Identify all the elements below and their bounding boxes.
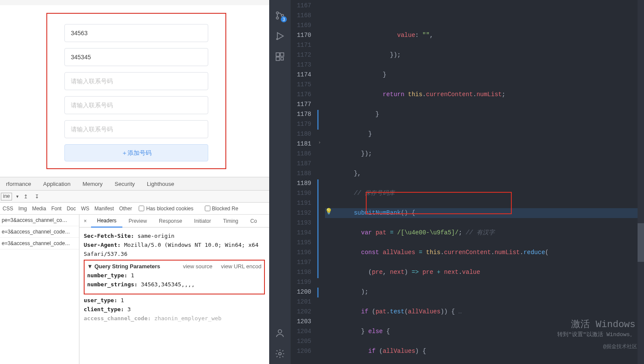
qsp-number-strings: number_strings: 34563,345345,,,, bbox=[87, 281, 261, 288]
phone-input[interactable] bbox=[64, 48, 208, 66]
code-editor[interactable]: 1167116811691170117111721173117411751176… bbox=[291, 0, 644, 364]
scrollbar-thumb[interactable] bbox=[638, 223, 644, 262]
tab-security[interactable]: Security bbox=[109, 181, 141, 187]
tab-cookies[interactable]: Co bbox=[244, 218, 263, 224]
phone-input[interactable] bbox=[64, 96, 208, 114]
browser-pane: ＋添加号码 rformance Application Memory Secur… bbox=[0, 0, 269, 364]
filter-img[interactable]: Img bbox=[18, 206, 27, 212]
tab-timing[interactable]: Timing bbox=[217, 218, 244, 224]
filter-doc[interactable]: Doc bbox=[67, 206, 76, 212]
add-number-button[interactable]: ＋添加号码 bbox=[64, 144, 208, 161]
phone-row bbox=[64, 24, 215, 42]
close-icon[interactable]: × bbox=[79, 218, 91, 224]
tab-headers[interactable]: Headers bbox=[91, 215, 122, 228]
extensions-icon[interactable] bbox=[274, 51, 286, 63]
headers-panel: × Headers Preview Response Initiator Tim… bbox=[79, 215, 269, 364]
view-source-link[interactable]: view source bbox=[183, 263, 213, 270]
phone-row bbox=[64, 96, 215, 114]
vscode-pane: 3 11671168116911701171117211731174117511… bbox=[269, 0, 644, 364]
source-control-icon[interactable]: 3 bbox=[274, 9, 286, 21]
code-content: value: "", }); } return this.currenConte… bbox=[325, 0, 638, 364]
blocked-cookies-checkbox[interactable]: Has blocked cookies bbox=[139, 206, 198, 212]
devtools-body: pe=3&access_channel_co… e=3&access_chann… bbox=[0, 215, 269, 364]
header-user-agent: User-Agent: Mozilla/5.0 (Windows NT 10.0… bbox=[84, 242, 265, 248]
tab-performance[interactable]: rformance bbox=[0, 181, 37, 187]
phone-row bbox=[64, 48, 215, 66]
dropdown-icon: ▼ bbox=[15, 194, 20, 199]
account-icon[interactable] bbox=[274, 327, 286, 339]
devtools-top-tabs: rformance Application Memory Security Li… bbox=[0, 177, 269, 191]
svg-point-9 bbox=[279, 352, 281, 355]
svg-point-3 bbox=[276, 39, 277, 39]
query-string-parameters: ▼ Query String Parameters view source vi… bbox=[84, 260, 265, 294]
qsp-title: Query String Parameters bbox=[94, 263, 160, 270]
filter-font[interactable]: Font bbox=[51, 206, 61, 212]
svg-rect-4 bbox=[276, 53, 279, 56]
tab-preview[interactable]: Preview bbox=[122, 218, 153, 224]
devtools-filter-row: CSS Img Media Font Doc WS Manifest Other… bbox=[0, 203, 269, 215]
tab-memory[interactable]: Memory bbox=[76, 181, 109, 187]
svg-rect-7 bbox=[281, 58, 283, 60]
request-item[interactable]: e=3&access_channel_code… bbox=[0, 238, 79, 249]
devtools-toolbar: ine▼ ↥ ↧ bbox=[0, 191, 269, 203]
activity-bar: 3 bbox=[269, 0, 291, 364]
tab-initiator[interactable]: Initiator bbox=[188, 218, 217, 224]
tab-application[interactable]: Application bbox=[37, 181, 77, 187]
phone-input[interactable] bbox=[64, 72, 208, 90]
run-debug-icon[interactable] bbox=[274, 30, 286, 42]
request-item[interactable]: e=3&access_channel_code… bbox=[0, 226, 79, 238]
gear-icon[interactable] bbox=[274, 348, 286, 360]
filter-manifest[interactable]: Manifest bbox=[94, 206, 114, 212]
svg-rect-6 bbox=[276, 57, 279, 61]
svg-point-1 bbox=[276, 17, 279, 19]
scm-badge: 3 bbox=[281, 16, 287, 22]
svg-point-0 bbox=[276, 12, 279, 14]
phone-row bbox=[64, 120, 215, 138]
phone-row bbox=[64, 72, 215, 90]
tab-lighthouse[interactable]: Lighthouse bbox=[141, 181, 180, 187]
header-tabs: × Headers Preview Response Initiator Tim… bbox=[79, 215, 269, 228]
qsp-number-type: number_type: 1 bbox=[87, 272, 261, 279]
phone-input[interactable] bbox=[64, 24, 208, 42]
view-url-encoded-link[interactable]: view URL encod bbox=[221, 263, 261, 270]
filter-media[interactable]: Media bbox=[32, 206, 46, 212]
scrollbar[interactable] bbox=[638, 0, 644, 364]
request-item[interactable]: pe=3&access_channel_co… bbox=[0, 215, 79, 226]
gutter: 1167116811691170117111721173117411751176… bbox=[291, 0, 317, 364]
filter-css[interactable]: CSS bbox=[3, 206, 13, 212]
log-level-select[interactable]: ine bbox=[1, 193, 12, 200]
qsp-user-type: user_type: 1 bbox=[84, 297, 265, 303]
filter-ws[interactable]: WS bbox=[81, 206, 89, 212]
browser-top-stub bbox=[0, 0, 269, 5]
upload-icon[interactable]: ↥ bbox=[24, 194, 28, 200]
qsp-client-type: client_type: 3 bbox=[84, 306, 265, 312]
headers-body: Sec-Fetch-Site: same-origin User-Agent: … bbox=[79, 228, 269, 327]
download-icon[interactable]: ↧ bbox=[35, 194, 39, 200]
qsp-access-channel: access_channel_code: zhaonin_employer_we… bbox=[84, 315, 265, 322]
svg-point-8 bbox=[278, 330, 282, 333]
request-list: pe=3&access_channel_co… e=3&access_chann… bbox=[0, 215, 79, 364]
blocked-requests-checkbox[interactable]: Blocked Re bbox=[205, 206, 243, 212]
header-sec-fetch-site: Sec-Fetch-Site: same-origin bbox=[84, 233, 265, 239]
tab-response[interactable]: Response bbox=[153, 218, 188, 224]
phone-input[interactable] bbox=[64, 120, 208, 138]
filter-other[interactable]: Other bbox=[119, 206, 132, 212]
fold-chevron-icon[interactable]: › bbox=[318, 140, 321, 145]
phone-form: ＋添加号码 bbox=[46, 13, 226, 169]
svg-rect-5 bbox=[280, 53, 284, 56]
gutter-decor: › 💡 bbox=[317, 0, 325, 364]
header-user-agent-line2: Safari/537.36 bbox=[84, 251, 265, 257]
caret-down-icon[interactable]: ▼ bbox=[87, 263, 93, 270]
